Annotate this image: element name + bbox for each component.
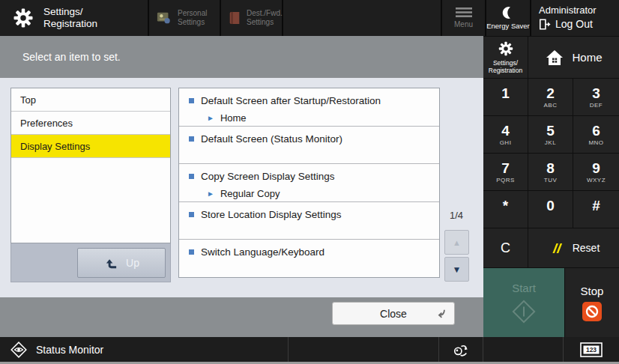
nav-item-top[interactable]: Top	[11, 88, 170, 112]
close-button-label: Close	[380, 308, 407, 320]
instruction-text: Select an item to set.	[22, 51, 121, 63]
menu-button[interactable]: Menu	[441, 0, 485, 36]
logout-button[interactable]: Log Out	[539, 18, 619, 30]
keypad-key-4[interactable]: 4GHI	[483, 116, 528, 154]
keypad-key-8[interactable]: 8TUV	[528, 154, 573, 191]
return-arrow-icon	[436, 309, 447, 319]
page-title: Settings/ Registration	[43, 6, 97, 30]
stop-key[interactable]: Stop	[564, 268, 619, 338]
counter-123-icon: 123	[580, 342, 603, 357]
status-monitor-icon	[9, 340, 28, 360]
bottom-status-bar: Status Monitor 123	[0, 337, 619, 362]
tab-dest-fwd-settings[interactable]: Dest./Fwd. Settings	[220, 0, 283, 36]
setting-row-default-screen-status-monitor[interactable]: Default Screen (Status Monitor)	[179, 127, 439, 165]
setting-value: Regular Copy	[220, 188, 280, 199]
up-arrow-icon	[103, 256, 118, 270]
setting-row-default-screen-startup[interactable]: Default Screen after Startup/Restoration…	[179, 88, 439, 127]
sidebar-top-row: Settings/ Registration Home	[483, 37, 619, 79]
home-key[interactable]: Home	[528, 37, 619, 78]
stop-key-label: Stop	[581, 285, 604, 297]
triangle-down-icon: ▼	[453, 264, 462, 275]
tab-label: Personal Settings	[178, 9, 207, 28]
close-button[interactable]: Close	[332, 302, 455, 325]
energy-saver-button[interactable]: Energy Saver	[485, 0, 530, 36]
setting-row-copy-screen-display[interactable]: Copy Screen Display Settings ► Regular C…	[179, 164, 439, 202]
logout-label: Log Out	[555, 18, 593, 30]
keypad-key-0[interactable]: 0	[528, 191, 573, 228]
setting-row-switch-language-keyboard[interactable]: Switch Language/Keyboard	[179, 240, 439, 277]
clear-reset-row: C Reset	[483, 228, 619, 268]
setting-label: Switch Language/Keyboard	[201, 246, 324, 258]
up-button[interactable]: Up	[77, 248, 166, 278]
keypad-key-2[interactable]: 2ABC	[528, 79, 573, 116]
item-bullet-icon	[189, 98, 194, 103]
device-screen: Settings/ Registration Personal Settings…	[0, 0, 619, 364]
keypad-key-3[interactable]: 3DEF	[573, 79, 619, 116]
svg-text:123: 123	[586, 346, 597, 354]
top-bar: Settings/ Registration Personal Settings…	[0, 0, 619, 36]
value-triangle-icon: ►	[207, 115, 214, 122]
nav-item-label: Top	[20, 94, 36, 106]
keypad-key-6[interactable]: 6MNO	[573, 116, 619, 154]
start-diamond-icon	[511, 299, 537, 324]
reset-key[interactable]: Reset	[528, 228, 619, 267]
keypad-key-5[interactable]: 5JKL	[528, 116, 573, 154]
page-indicator: 1/4	[443, 210, 470, 221]
settings-item-list: Default Screen after Startup/Restoration…	[178, 88, 440, 278]
message-bar: Select an item to set.	[0, 36, 483, 78]
numeric-keypad: 1 2ABC 3DEF 4GHI 5JKL 6MNO 7PQRS 8TUV 9W…	[483, 79, 619, 228]
keypad-key-hash[interactable]: #	[573, 191, 619, 228]
gear-icon	[498, 40, 514, 57]
nav-item-preferences[interactable]: Preferences	[11, 112, 170, 135]
logout-door-icon	[539, 19, 551, 30]
setting-label: Store Location Display Settings	[201, 209, 342, 220]
home-key-label: Home	[572, 51, 602, 64]
clear-key-label: C	[501, 240, 510, 256]
item-bullet-icon	[189, 249, 194, 255]
setting-value: Home	[220, 112, 247, 124]
nav-item-display-settings[interactable]: Display Settings	[11, 135, 170, 158]
moon-icon	[501, 6, 515, 19]
start-stop-row: Start Stop	[483, 268, 619, 338]
user-switch-button[interactable]	[438, 337, 483, 362]
start-key-label: Start	[512, 282, 536, 294]
address-book-icon	[228, 10, 241, 25]
settings-reg-key-label: Settings/	[489, 59, 522, 67]
settings-registration-header: Settings/ Registration	[0, 0, 148, 36]
user-name: Administrator	[539, 4, 619, 16]
keypad-key-star[interactable]: *	[483, 191, 528, 228]
keypad-key-9[interactable]: 9WXYZ	[573, 154, 619, 191]
item-bullet-icon	[189, 174, 194, 179]
start-key[interactable]: Start	[483, 268, 564, 338]
personal-settings-icon	[156, 10, 172, 25]
setting-label: Copy Screen Display Settings	[201, 171, 335, 182]
item-bullet-icon	[189, 212, 194, 217]
hamburger-icon	[456, 7, 472, 17]
clear-key[interactable]: C	[483, 228, 528, 267]
settings-registration-key[interactable]: Settings/ Registration	[483, 37, 528, 78]
up-button-label: Up	[126, 257, 139, 269]
stop-prohibit-icon	[582, 302, 602, 321]
keypad-key-1[interactable]: 1	[483, 79, 528, 116]
status-monitor-label: Status Monitor	[36, 344, 103, 356]
setting-row-store-location-display[interactable]: Store Location Display Settings	[179, 202, 439, 240]
nav-footer: Up	[10, 243, 171, 282]
tab-personal-settings[interactable]: Personal Settings	[148, 0, 220, 36]
reset-key-label: Reset	[573, 242, 600, 254]
page-down-button[interactable]: ▼	[444, 257, 469, 282]
nav-item-label: Display Settings	[20, 141, 90, 152]
value-triangle-icon: ►	[207, 190, 214, 198]
menu-label: Menu	[454, 20, 473, 28]
user-session-box: Administrator Log Out	[530, 0, 619, 36]
triangle-up-icon: ▲	[453, 238, 461, 247]
energy-saver-label: Energy Saver	[486, 22, 530, 30]
hard-key-sidebar: Settings/ Registration Home 1 2ABC 3DEF …	[483, 36, 619, 337]
counter-check-button[interactable]: 123	[563, 337, 619, 362]
nav-item-label: Preferences	[20, 118, 73, 129]
tab-label: Dest./Fwd. Settings	[247, 9, 283, 28]
item-bullet-icon	[189, 136, 194, 142]
page-up-button[interactable]: ▲	[444, 230, 469, 255]
setting-label: Default Screen after Startup/Restoration	[201, 95, 381, 106]
keypad-key-7[interactable]: 7PQRS	[483, 154, 528, 191]
status-monitor-button[interactable]: Status Monitor	[0, 337, 289, 362]
